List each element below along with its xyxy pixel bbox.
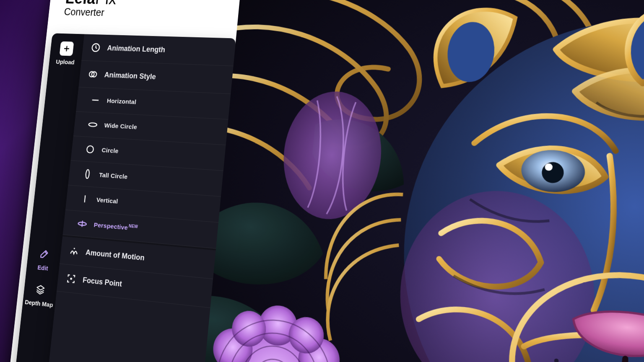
svg-point-43: [70, 277, 72, 280]
svg-point-39: [86, 146, 93, 153]
preview-canvas[interactable]: [195, 0, 644, 362]
tab-upload[interactable]: Upload: [56, 41, 77, 65]
svg-point-38: [88, 123, 97, 127]
tall-ellipse-icon: [82, 168, 93, 180]
motion-icon: [69, 246, 80, 257]
section-focus-point-label: Focus Point: [82, 276, 122, 289]
section-amount-of-motion-label: Amount of Motion: [85, 248, 145, 262]
horizontal-line-icon: [90, 95, 101, 106]
section-animation-style-label: Animation Style: [104, 70, 156, 81]
wide-ellipse-icon: [87, 119, 98, 130]
focus-icon: [66, 273, 77, 284]
style-horizontal-label: Horizontal: [106, 97, 137, 106]
vertical-line-icon: [80, 193, 91, 204]
clock-icon: [91, 42, 101, 53]
style-tall-circle-label: Tall Circle: [99, 171, 128, 181]
style-circle-label: Circle: [101, 146, 119, 155]
overlap-circles-icon: [88, 69, 99, 80]
svg-point-42: [74, 248, 75, 249]
left-panels: Upload Edit Depth Map: [2, 28, 236, 362]
preview-art: [195, 0, 644, 362]
style-perspective-label: PerspectiveNEW: [93, 221, 138, 233]
style-wide-circle-label: Wide Circle: [104, 122, 138, 131]
new-badge: NEW: [128, 224, 138, 229]
tab-spacer: [46, 76, 64, 236]
tab-edit[interactable]: Edit: [36, 246, 52, 272]
app-window: LeiaPix Converter: [2, 0, 644, 362]
tab-edit-label: Edit: [37, 264, 48, 272]
tab-depth-map[interactable]: Depth Map: [25, 281, 55, 309]
tab-depth-label: Depth Map: [25, 299, 54, 309]
style-perspective-text: Perspective: [93, 221, 128, 231]
tab-upload-label: Upload: [56, 59, 75, 66]
svg-point-40: [86, 170, 90, 179]
circle-icon: [85, 144, 96, 155]
style-vertical-label: Vertical: [96, 196, 118, 205]
layers-icon: [33, 282, 48, 298]
brand-block: LeiaPix Converter: [47, 0, 242, 34]
plus-icon: [60, 41, 74, 56]
perspective-icon: [77, 218, 88, 229]
section-animation-length-label: Animation Length: [107, 44, 166, 54]
pencil-square-icon: [37, 246, 52, 262]
